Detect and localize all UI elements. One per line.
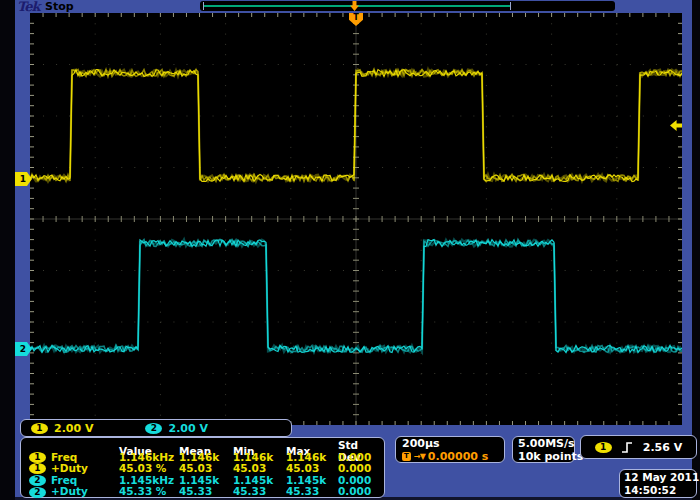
time-label: 14:50:52 bbox=[624, 484, 692, 497]
channel2-badge: 2 bbox=[145, 423, 162, 434]
acquisition-status: Stop bbox=[45, 0, 74, 13]
measurement-table: Value Mean Min Max Std Dev 1 Freq 1.146k… bbox=[20, 437, 385, 498]
channel2-badge: 2 bbox=[29, 475, 46, 486]
rising-edge-icon bbox=[621, 441, 634, 454]
date-label: 12 May 2011 bbox=[624, 471, 692, 484]
channel2-scale: 2.00 V bbox=[168, 422, 207, 435]
timebase-scale: 200µs bbox=[402, 437, 498, 450]
window-bracket-left bbox=[203, 2, 204, 10]
sample-rate: 5.00MS/s bbox=[518, 437, 569, 450]
acquisition-readout: 5.00MS/s 10k points bbox=[512, 436, 575, 463]
record-length: 10k points bbox=[518, 450, 569, 463]
graticule bbox=[30, 13, 682, 425]
trigger-readout: 1 2.56 V bbox=[580, 435, 697, 459]
record-trigger-position-icon bbox=[350, 1, 359, 11]
datetime-readout: 12 May 2011 14:50:52 bbox=[619, 469, 697, 498]
oscilloscope-screen: Tek Stop T 1 2 1 2.00 V 2 2.00 V Value M… bbox=[0, 0, 700, 500]
record-view-bar bbox=[200, 1, 615, 11]
channel1-badge: 1 bbox=[31, 423, 48, 434]
horizontal-readout: 200µs T→▼ 0.00000 s bbox=[395, 436, 505, 463]
trigger-source-badge: 1 bbox=[595, 442, 612, 453]
trigger-level: 2.56 V bbox=[643, 441, 682, 454]
measurement-row-ch2-duty: 2 +Duty 45.33 % 45.33 45.33 45.33 0.000 bbox=[29, 486, 384, 498]
position-arrow-icon: →▼ bbox=[414, 450, 425, 463]
channel1-scale: 2.00 V bbox=[54, 422, 93, 435]
channel1-badge: 1 bbox=[29, 463, 46, 474]
waveform-display bbox=[30, 13, 682, 425]
left-bezel-column bbox=[0, 0, 15, 500]
right-bezel-column bbox=[692, 0, 700, 500]
horizontal-position: T→▼ 0.00000 s bbox=[402, 450, 498, 463]
tek-logo: Tek bbox=[17, 0, 39, 14]
trigger-t-icon: T bbox=[402, 452, 411, 461]
channel-scale-readout: 1 2.00 V 2 2.00 V bbox=[20, 419, 292, 437]
measurement-name: 2 +Duty bbox=[29, 486, 119, 498]
window-bracket-right bbox=[510, 2, 511, 10]
measurement-header-row: Value Mean Min Max Std Dev bbox=[29, 440, 384, 452]
channel1-badge: 1 bbox=[29, 452, 46, 463]
channel2-badge: 2 bbox=[29, 487, 46, 498]
horizontal-position-value: 0.00000 s bbox=[428, 450, 488, 463]
